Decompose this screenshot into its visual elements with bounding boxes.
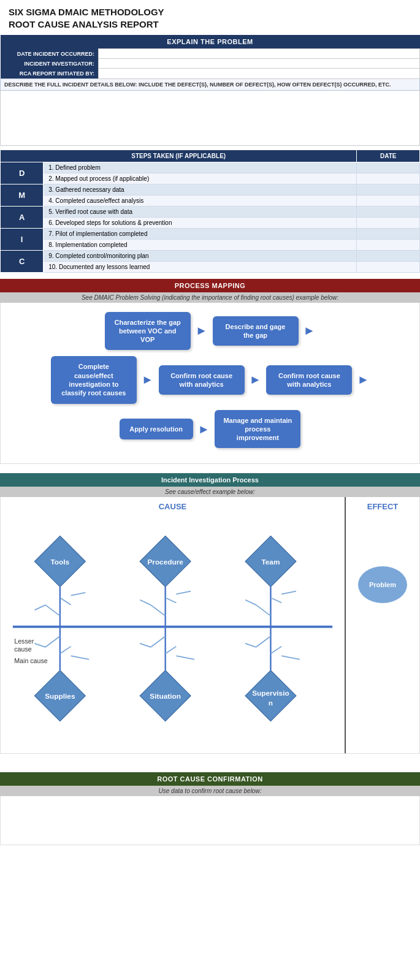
- step-4: 4. Completed cause/effect analysis: [44, 195, 357, 206]
- steps-col2-header: DATE: [357, 150, 420, 162]
- svg-line-10: [45, 606, 60, 617]
- investigator-value[interactable]: [99, 59, 420, 69]
- initiated-label: RCA REPORT INITIATED BY:: [1, 69, 99, 79]
- svg-line-39: [176, 656, 194, 659]
- svg-text:n: n: [269, 699, 273, 707]
- svg-text:Supervisio: Supervisio: [252, 689, 289, 698]
- rcc-content[interactable]: [0, 796, 420, 845]
- fishbone-diagram: Tools Procedure Team: [6, 514, 340, 746]
- svg-text:Procedure: Procedure: [147, 558, 183, 566]
- flow-row-3: Apply resolution ► Manage and maintain p…: [7, 410, 413, 449]
- step-3-date[interactable]: [357, 184, 420, 195]
- step-3: 3. Gathered necessary data: [44, 184, 357, 195]
- report-title-line1: SIX SIGMA DMAIC METHODOLOGY: [9, 6, 411, 18]
- cause-label: CAUSE: [6, 502, 340, 514]
- svg-line-18: [256, 606, 271, 617]
- svg-line-37: [140, 644, 151, 647]
- table-row: D 1. Defined problem: [1, 162, 420, 173]
- initiated-value[interactable]: [99, 69, 420, 79]
- arrow-3: ►: [142, 373, 154, 387]
- flow-box-5: Confirm root cause with analytics: [266, 365, 352, 395]
- date-label: DATE INCIDENT OCCURRED:: [1, 49, 99, 59]
- svg-line-11: [34, 606, 45, 610]
- svg-line-14: [151, 606, 166, 617]
- incident-investigation-section: Incident Investigation Process See cause…: [0, 473, 420, 753]
- arrow-6: ►: [198, 422, 210, 436]
- step-2-date[interactable]: [357, 173, 420, 184]
- problem-oval: Problem: [358, 566, 407, 603]
- svg-text:cause: cause: [14, 645, 32, 653]
- arrow-2: ►: [304, 324, 316, 338]
- step-8-date[interactable]: [357, 239, 420, 250]
- table-row: 8. Implementation completed: [1, 239, 420, 250]
- rcc-sub: Use data to confirm root cause below:: [0, 786, 420, 796]
- root-cause-confirmation-section: ROOT CAUSE CONFIRMATION Use data to conf…: [0, 772, 420, 845]
- svg-line-41: [245, 644, 256, 647]
- step-9: 9. Completed control/monitoring plan: [44, 250, 357, 261]
- flow-diagram: Characterize the gap between VOC and VOP…: [0, 303, 420, 465]
- table-row: 10. Documented any lessons learned: [1, 261, 420, 272]
- step-7-date[interactable]: [357, 228, 420, 239]
- svg-line-38: [166, 647, 177, 654]
- explain-header: EXPLAIN THE PROBLEM: [1, 35, 420, 49]
- process-mapping-section: PROCESS MAPPING See DMAIC Problem Solvin…: [0, 279, 420, 465]
- process-mapping-sub: See DMAIC Problem Solving (indicating th…: [0, 292, 420, 303]
- process-mapping-header: PROCESS MAPPING: [0, 279, 420, 292]
- incident-sub: See cause/effect example below:: [0, 487, 420, 497]
- step-1: 1. Defined problem: [44, 162, 357, 173]
- flow-box-6: Apply resolution: [120, 419, 193, 439]
- table-row: C 9. Completed control/monitoring plan: [1, 250, 420, 261]
- svg-line-33: [34, 644, 45, 647]
- svg-text:Main cause: Main cause: [14, 657, 48, 664]
- step-8: 8. Implementation completed: [44, 239, 357, 250]
- svg-line-36: [151, 637, 166, 648]
- arrow-4: ►: [250, 373, 262, 387]
- steps-col1-header: STEPS TAKEN (IF APPLICABLE): [1, 150, 357, 162]
- date-value[interactable]: [99, 49, 420, 59]
- incident-details-input[interactable]: [1, 90, 420, 145]
- cause-section: CAUSE Tools Procedure Team: [1, 497, 346, 753]
- svg-text:Lesser: Lesser: [14, 637, 34, 645]
- incident-header: Incident Investigation Process: [0, 473, 420, 487]
- svg-line-42: [270, 647, 281, 654]
- step-10-date[interactable]: [357, 261, 420, 272]
- step-5-date[interactable]: [357, 206, 420, 217]
- svg-line-21: [281, 591, 296, 594]
- svg-line-17: [176, 591, 191, 594]
- svg-text:Team: Team: [261, 558, 280, 566]
- table-row: M 3. Gathered necessary data: [1, 184, 420, 195]
- table-row: 2. Mapped out process (if applicable): [1, 173, 420, 184]
- effect-section: EFFECT Problem: [346, 497, 419, 753]
- arrow-5: ►: [357, 373, 369, 387]
- table-row: I 7. Pilot of implementation completed: [1, 228, 420, 239]
- effect-label: EFFECT: [367, 502, 399, 517]
- svg-line-35: [71, 656, 90, 659]
- step-1-date[interactable]: [357, 162, 420, 173]
- step-9-date[interactable]: [357, 250, 420, 261]
- step-7: 7. Pilot of implementation completed: [44, 228, 357, 239]
- svg-line-34: [60, 647, 71, 654]
- flow-box-4: Confirm root cause with analytics: [159, 365, 245, 395]
- table-row: 6. Developed steps for solutions & preve…: [1, 217, 420, 228]
- svg-line-43: [281, 656, 300, 659]
- report-title-section: SIX SIGMA DMAIC METHODOLOGY ROOT CAUSE A…: [0, 0, 420, 35]
- svg-text:Tools: Tools: [51, 558, 70, 566]
- flow-box-2: Describe and gage the gap: [213, 316, 299, 346]
- svg-text:Situation: Situation: [150, 692, 181, 701]
- cause-effect-wrapper: CAUSE Tools Procedure Team: [0, 497, 420, 753]
- description-prompt: DESCRIBE THE FULL INCIDENT DETAILS BELOW…: [1, 78, 420, 90]
- step-4-date[interactable]: [357, 195, 420, 206]
- step-2: 2. Mapped out process (if applicable): [44, 173, 357, 184]
- flow-box-3: Complete cause/effect investigation to c…: [51, 356, 137, 403]
- svg-line-20: [270, 598, 281, 603]
- step-5: 5. Verified root cause with data: [44, 206, 357, 217]
- table-row: 4. Completed cause/effect analysis: [1, 195, 420, 206]
- step-10: 10. Documented any lessons learned: [44, 261, 357, 272]
- step-6-date[interactable]: [357, 217, 420, 228]
- step-6: 6. Developed steps for solutions & preve…: [44, 217, 357, 228]
- svg-line-19: [245, 600, 256, 605]
- flow-row-1: Characterize the gap between VOC and VOP…: [7, 312, 413, 351]
- investigator-label: INCIDENT INVESTIGATOR:: [1, 59, 99, 69]
- report-title-line2: ROOT CAUSE ANALYSIS REPORT: [9, 18, 411, 31]
- svg-line-12: [60, 598, 71, 606]
